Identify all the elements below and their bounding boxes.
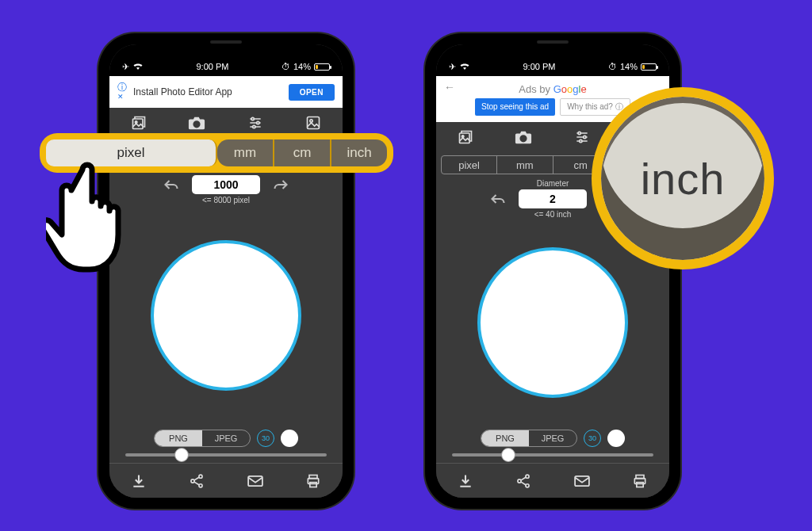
svg-point-18 bbox=[578, 132, 580, 134]
svg-point-20 bbox=[579, 139, 581, 142]
size-slider-row bbox=[436, 453, 669, 463]
svg-point-7 bbox=[310, 120, 312, 122]
status-time: 9:00 PM bbox=[523, 62, 556, 71]
slider-thumb[interactable] bbox=[501, 448, 515, 462]
svg-point-3 bbox=[251, 117, 254, 120]
battery-pct: 14% bbox=[620, 62, 638, 71]
size-slider[interactable] bbox=[125, 453, 327, 457]
bottom-bar bbox=[109, 463, 343, 498]
diameter-input[interactable]: 2 bbox=[519, 189, 587, 208]
svg-rect-26 bbox=[575, 476, 589, 485]
print-button[interactable] bbox=[285, 464, 343, 498]
email-button[interactable] bbox=[553, 464, 611, 498]
format-png[interactable]: PNG bbox=[481, 430, 529, 446]
svg-rect-6 bbox=[308, 117, 320, 129]
svg-point-5 bbox=[252, 125, 255, 128]
overlay-unit-cm[interactable]: cm bbox=[274, 139, 331, 166]
undo-button[interactable] bbox=[163, 178, 179, 191]
format-segmented-control[interactable]: PNG JPEG bbox=[481, 430, 577, 447]
overlay-unit-mm[interactable]: mm bbox=[217, 139, 274, 166]
gallery-button[interactable] bbox=[436, 122, 495, 152]
overlay-unit-inch[interactable]: inch bbox=[331, 139, 387, 166]
ads-back-button[interactable]: ← bbox=[444, 81, 455, 94]
download-button[interactable] bbox=[109, 464, 168, 498]
hand-cursor-icon bbox=[46, 159, 149, 293]
unit-mm[interactable]: mm bbox=[497, 156, 553, 174]
format-row: PNG JPEG 30 bbox=[436, 423, 669, 453]
circle-preview bbox=[477, 247, 628, 398]
format-png[interactable]: PNG bbox=[155, 430, 202, 446]
redo-button[interactable] bbox=[273, 178, 289, 191]
slider-thumb[interactable] bbox=[174, 448, 189, 462]
camera-button[interactable] bbox=[495, 122, 553, 152]
airplane-icon: ✈ bbox=[449, 62, 456, 72]
svg-point-2 bbox=[195, 122, 200, 127]
battery-pct: 14% bbox=[293, 62, 311, 71]
color-swatch[interactable] bbox=[281, 430, 298, 447]
airplane-icon: ✈ bbox=[122, 62, 129, 72]
svg-point-17 bbox=[522, 136, 527, 141]
battery-icon bbox=[314, 63, 330, 71]
phone-notch bbox=[493, 33, 612, 51]
size-slider-row bbox=[109, 453, 343, 463]
wifi-icon bbox=[459, 63, 470, 71]
ad-title: Install Photo Editor App bbox=[133, 86, 282, 97]
size-slider[interactable] bbox=[452, 453, 653, 457]
ad-open-button[interactable]: OPEN bbox=[289, 84, 335, 101]
print-button[interactable] bbox=[611, 464, 670, 498]
phone-notch bbox=[167, 33, 285, 51]
circle-preview bbox=[151, 240, 301, 391]
status-time: 9:00 PM bbox=[197, 62, 229, 71]
ads-title: Ads by Google bbox=[519, 83, 586, 95]
share-button[interactable] bbox=[168, 464, 227, 498]
alarm-icon: ⏱ bbox=[608, 62, 617, 71]
download-button[interactable] bbox=[436, 464, 495, 498]
svg-rect-11 bbox=[248, 476, 262, 485]
magnifier-overlay: inch bbox=[592, 87, 774, 269]
diameter-input[interactable]: 1000 bbox=[192, 175, 260, 194]
wifi-icon bbox=[132, 63, 144, 71]
format-segmented-control[interactable]: PNG JPEG bbox=[154, 430, 251, 447]
stop-ad-button[interactable]: Stop seeing this ad bbox=[475, 98, 555, 116]
ad-banner[interactable]: ⓘ✕ Install Photo Editor App OPEN bbox=[109, 76, 343, 108]
magnifier-text: inch bbox=[641, 153, 726, 204]
unit-pixel[interactable]: pixel bbox=[442, 156, 497, 174]
svg-point-4 bbox=[256, 121, 259, 124]
alarm-icon: ⏱ bbox=[282, 62, 290, 71]
ad-info-icon[interactable]: ⓘ✕ bbox=[117, 83, 127, 101]
bottom-bar bbox=[436, 463, 669, 498]
color-swatch[interactable] bbox=[607, 430, 625, 447]
share-button[interactable] bbox=[495, 464, 553, 498]
email-button[interactable] bbox=[226, 464, 285, 498]
svg-point-19 bbox=[583, 136, 585, 138]
quality-badge[interactable]: 30 bbox=[257, 430, 274, 447]
quality-badge[interactable]: 30 bbox=[584, 430, 601, 447]
battery-icon bbox=[641, 63, 657, 71]
format-jpeg[interactable]: JPEG bbox=[529, 430, 576, 446]
format-row: PNG JPEG 30 bbox=[109, 423, 343, 453]
undo-button[interactable] bbox=[490, 193, 506, 205]
format-jpeg[interactable]: JPEG bbox=[202, 430, 250, 446]
